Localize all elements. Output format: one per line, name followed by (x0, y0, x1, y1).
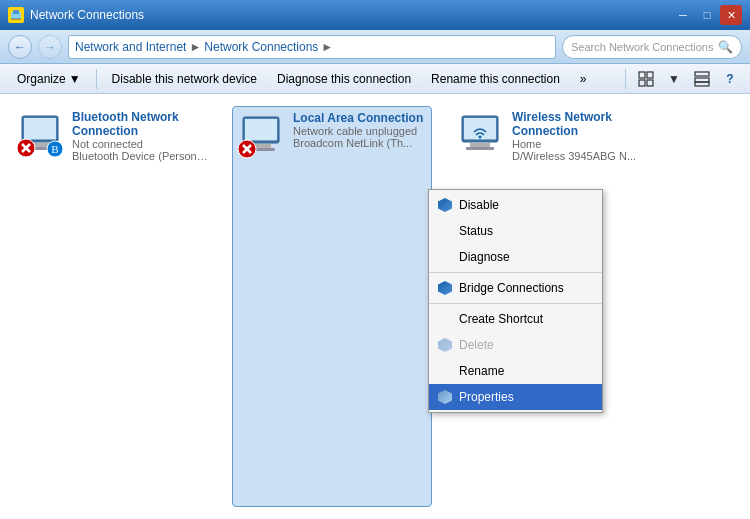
ctx-properties[interactable]: Properties (429, 384, 602, 410)
svg-rect-22 (245, 119, 277, 141)
ctx-bridge-label: Bridge Connections (459, 281, 564, 295)
local-info: Local Area Connection Network cable unpl… (293, 111, 427, 149)
svg-rect-7 (695, 72, 709, 76)
ctx-rename-label: Rename (459, 364, 504, 378)
ctx-bridge-icon (437, 280, 453, 296)
disable-network-button[interactable]: Disable this network device (103, 67, 266, 91)
ctx-status[interactable]: Status (429, 218, 602, 244)
svg-rect-6 (647, 80, 653, 86)
diagnose-label: Diagnose this connection (277, 72, 411, 86)
title-controls: ─ □ ✕ (672, 5, 742, 25)
search-placeholder: Search Network Connections (571, 41, 713, 53)
bluetooth-info: Bluetooth Network Connection Not connect… (72, 110, 212, 162)
svg-rect-9 (695, 82, 709, 86)
toolbar-separator-1 (96, 69, 97, 89)
ctx-properties-icon (437, 389, 453, 405)
ctx-diagnose-label: Diagnose (459, 250, 510, 264)
toolbar: Organize ▼ Disable this network device D… (0, 64, 750, 94)
search-box[interactable]: Search Network Connections 🔍 (562, 35, 742, 59)
main-content: B Bluetooth Network Connection Not conne… (0, 94, 750, 519)
title-bar-left: Network Connections (8, 7, 144, 23)
details-pane-button[interactable] (690, 67, 714, 91)
back-button[interactable]: ← (8, 35, 32, 59)
ctx-delete-icon (437, 337, 453, 353)
more-button[interactable]: » (571, 67, 596, 91)
title-bar: Network Connections ─ □ ✕ (0, 0, 750, 30)
local-device: Broadcom NetLink (Th... (293, 137, 427, 149)
svg-rect-32 (466, 147, 494, 150)
wireless-info: Wireless Network Connection Home D/Wirel… (512, 110, 648, 162)
address-bar: ← → Network and Internet ► Network Conne… (0, 30, 750, 64)
wireless-device: D/Wireless 3945ABG N... (512, 150, 648, 162)
more-label: » (580, 72, 587, 86)
network-item-local[interactable]: Local Area Connection Network cable unpl… (232, 106, 432, 507)
ctx-diagnose[interactable]: Diagnose (429, 244, 602, 270)
svg-text:B: B (51, 143, 58, 155)
bluetooth-status: Not connected (72, 138, 212, 150)
toolbar-separator-2 (625, 69, 626, 89)
forward-button[interactable]: → (38, 35, 62, 59)
minimize-button[interactable]: ─ (672, 5, 694, 25)
ctx-status-label: Status (459, 224, 493, 238)
ctx-disable-icon (437, 197, 453, 213)
rename-label: Rename this connection (431, 72, 560, 86)
window-icon (8, 7, 24, 23)
breadcrumb[interactable]: Network and Internet ► Network Connectio… (68, 35, 556, 59)
organize-label: Organize (17, 72, 66, 86)
toolbar-right: ▼ ? (621, 67, 742, 91)
svg-rect-14 (24, 118, 56, 140)
context-menu: Disable Status Diagnose Bridge Connectio… (428, 189, 603, 413)
local-error-badge (237, 139, 257, 159)
bluetooth-device: Bluetooth Device (Personal Area ... (72, 150, 212, 162)
wireless-name: Wireless Network Connection (512, 110, 648, 138)
local-icon-wrap (237, 111, 285, 159)
window-title: Network Connections (30, 8, 144, 22)
disable-label: Disable this network device (112, 72, 257, 86)
bluetooth-badge: B (46, 140, 64, 158)
breadcrumb-network-internet[interactable]: Network and Internet (75, 40, 186, 54)
local-name: Local Area Connection (293, 111, 427, 125)
ctx-bridge[interactable]: Bridge Connections (429, 275, 602, 301)
ctx-disable[interactable]: Disable (429, 192, 602, 218)
wireless-computer-icon (456, 110, 504, 158)
organize-dropdown-icon: ▼ (69, 72, 81, 86)
ctx-properties-label: Properties (459, 390, 514, 404)
wireless-status: Home (512, 138, 648, 150)
svg-rect-31 (470, 143, 490, 147)
svg-rect-4 (647, 72, 653, 78)
maximize-button[interactable]: □ (696, 5, 718, 25)
rename-connection-button[interactable]: Rename this connection (422, 67, 569, 91)
organize-button[interactable]: Organize ▼ (8, 67, 90, 91)
bluetooth-error-badge (16, 138, 36, 158)
ctx-rename[interactable]: Rename (429, 358, 602, 384)
ctx-delete-label: Delete (459, 338, 494, 352)
bluetooth-name: Bluetooth Network Connection (72, 110, 212, 138)
bluetooth-icon-wrap: B (16, 110, 64, 158)
ctx-disable-label: Disable (459, 198, 499, 212)
ctx-sep-2 (429, 303, 602, 304)
svg-rect-5 (639, 80, 645, 86)
local-status: Network cable unplugged (293, 125, 427, 137)
svg-rect-3 (639, 72, 645, 78)
svg-rect-1 (13, 10, 19, 14)
wireless-icon-wrap (456, 110, 504, 158)
breadcrumb-network-connections[interactable]: Network Connections (204, 40, 318, 54)
ctx-create-shortcut-label: Create Shortcut (459, 312, 543, 326)
ctx-sep-1 (429, 272, 602, 273)
view-options-button[interactable] (634, 67, 658, 91)
ctx-delete: Delete (429, 332, 602, 358)
breadcrumb-sep-2: ► (321, 40, 333, 54)
view-dropdown-button[interactable]: ▼ (662, 67, 686, 91)
breadcrumb-sep-1: ► (189, 40, 201, 54)
diagnose-connection-button[interactable]: Diagnose this connection (268, 67, 420, 91)
network-item-bluetooth[interactable]: B Bluetooth Network Connection Not conne… (12, 106, 212, 507)
ctx-create-shortcut[interactable]: Create Shortcut (429, 306, 602, 332)
svg-point-34 (479, 136, 482, 139)
search-icon: 🔍 (718, 40, 733, 54)
close-button[interactable]: ✕ (720, 5, 742, 25)
help-button[interactable]: ? (718, 67, 742, 91)
